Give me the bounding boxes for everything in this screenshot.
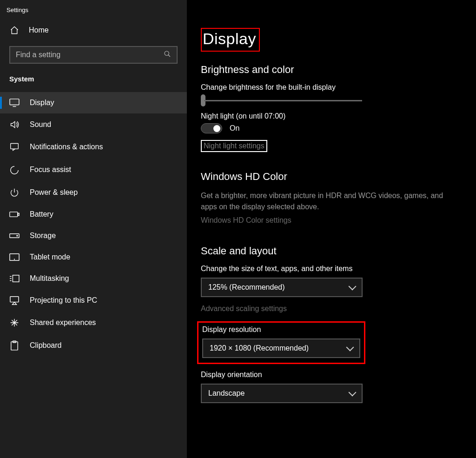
sidebar-item-multitasking[interactable]: Multitasking [0, 268, 187, 289]
hd-color-desc: Get a brighter, more vibrant picture in … [201, 190, 461, 212]
home-label: Home [29, 26, 49, 34]
projecting-icon [9, 296, 20, 305]
section-heading: Brightness and color [201, 64, 462, 76]
sidebar-item-tablet[interactable]: Tablet mode [0, 246, 187, 268]
sidebar-item-battery[interactable]: Battery [0, 204, 187, 225]
home-icon [9, 26, 20, 35]
hd-color-settings-link[interactable]: Windows HD Color settings [201, 216, 291, 224]
highlight-title: Display [201, 28, 260, 52]
section-hd-color: Windows HD Color Get a brighter, more vi… [201, 171, 462, 225]
section-brightness: Brightness and color Change brightness f… [201, 64, 462, 152]
night-light-label: Night light (on until 07:00) [201, 112, 462, 120]
section-scale: Scale and layout Change the size of text… [201, 245, 462, 403]
scale-size-select[interactable]: 125% (Recommended) [201, 278, 363, 297]
sidebar-item-projecting[interactable]: Projecting to this PC [0, 289, 187, 312]
night-light-toggle[interactable] [201, 123, 222, 133]
section-heading: Windows HD Color [201, 171, 462, 183]
svg-point-0 [165, 51, 169, 55]
slider-track [204, 100, 362, 101]
sidebar-item-label: Shared experiences [30, 319, 96, 327]
svg-rect-2 [11, 144, 19, 149]
sidebar-item-clipboard[interactable]: Clipboard [0, 334, 187, 357]
home-button[interactable]: Home [0, 22, 187, 41]
sidebar-item-display[interactable]: Display [0, 92, 187, 113]
resolution-select[interactable]: 1920 × 1080 (Recommended) [202, 339, 360, 358]
search-icon [164, 50, 171, 60]
resolution-label: Display resolution [202, 325, 360, 334]
page-title: Display [203, 30, 256, 47]
sidebar-item-focus[interactable]: Focus assist [0, 158, 187, 181]
svg-rect-1 [10, 99, 19, 105]
scale-size-value: 125% (Recommended) [208, 283, 285, 292]
resolution-value: 1920 × 1080 (Recommended) [210, 344, 309, 352]
svg-point-8 [14, 259, 15, 259]
sidebar-item-label: Sound [30, 120, 51, 129]
focus-icon [9, 165, 20, 175]
sidebar-item-label: Power & sleep [30, 188, 78, 197]
svg-rect-9 [13, 275, 19, 282]
nav-list: Display Sound Notifications & actions Fo… [0, 92, 187, 357]
sidebar-item-label: Focus assist [30, 166, 71, 174]
brightness-slider[interactable] [201, 94, 462, 106]
search-box[interactable] [9, 46, 178, 64]
sidebar-item-power[interactable]: Power & sleep [0, 181, 187, 204]
sidebar-item-notifications[interactable]: Notifications & actions [0, 136, 187, 158]
sidebar-item-label: Clipboard [30, 341, 61, 350]
scale-size-label: Change the size of text, apps, and other… [201, 265, 462, 273]
svg-point-6 [17, 235, 18, 236]
night-light-state: On [230, 124, 239, 133]
orientation-label: Display orientation [201, 371, 462, 379]
section-heading: Scale and layout [201, 245, 462, 257]
power-icon [9, 188, 20, 197]
orientation-value: Landscape [208, 389, 245, 398]
tablet-icon [9, 253, 20, 261]
shared-icon [9, 318, 20, 327]
svg-rect-4 [18, 213, 20, 215]
display-icon [9, 99, 20, 107]
sidebar-item-storage[interactable]: Storage [0, 225, 187, 246]
svg-rect-3 [10, 212, 18, 217]
main-content: Display Brightness and color Change brig… [187, 0, 476, 458]
svg-rect-10 [10, 297, 19, 302]
clipboard-icon [9, 340, 20, 351]
chevron-down-icon [349, 283, 357, 291]
storage-icon [9, 233, 20, 239]
sidebar-item-label: Battery [30, 210, 53, 219]
sidebar-item-label: Storage [30, 232, 56, 240]
sidebar-item-label: Multitasking [30, 274, 69, 283]
orientation-select[interactable]: Landscape [201, 384, 363, 403]
sidebar-item-label: Projecting to this PC [30, 296, 97, 305]
chevron-down-icon [346, 344, 354, 352]
sidebar-item-label: Notifications & actions [30, 143, 103, 151]
sidebar: Settings Home System Display So [0, 0, 187, 458]
sidebar-item-label: Display [30, 99, 54, 107]
window-title: Settings [0, 4, 187, 22]
nav-group-label: System [0, 72, 187, 92]
toggle-dot [213, 125, 220, 132]
night-light-settings-link[interactable]: Night light settings [201, 140, 267, 152]
sound-icon [9, 120, 20, 129]
sidebar-item-label: Tablet mode [30, 253, 70, 261]
highlight-resolution: Display resolution 1920 × 1080 (Recommen… [197, 321, 365, 364]
svg-rect-11 [11, 342, 18, 350]
search-input[interactable] [16, 51, 164, 59]
brightness-slider-label: Change brightness for the built-in displ… [201, 83, 462, 92]
battery-icon [9, 211, 20, 218]
chevron-down-icon [349, 389, 357, 397]
notifications-icon [9, 142, 20, 152]
sidebar-item-shared[interactable]: Shared experiences [0, 312, 187, 334]
advanced-scaling-link[interactable]: Advanced scaling settings [201, 305, 462, 313]
sidebar-item-sound[interactable]: Sound [0, 113, 187, 136]
multitasking-icon [9, 274, 20, 283]
